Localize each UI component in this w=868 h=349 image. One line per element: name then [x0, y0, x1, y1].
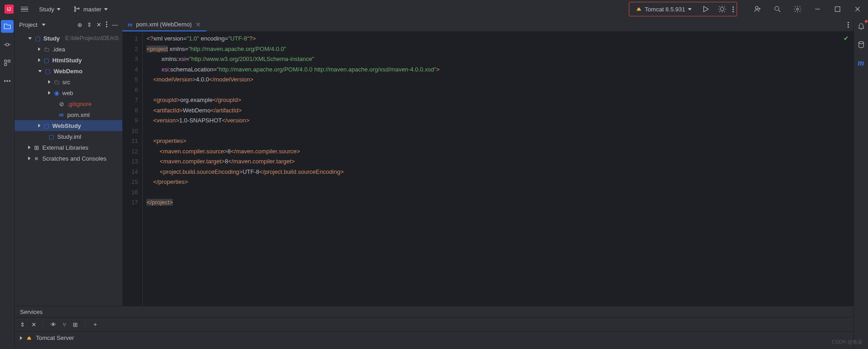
- chevron-right-icon: [20, 336, 22, 340]
- run-more-button[interactable]: [733, 6, 734, 12]
- run-button[interactable]: [700, 3, 712, 15]
- library-icon: ⊞: [33, 144, 40, 151]
- hide-panel-button[interactable]: —: [112, 21, 118, 28]
- notifications-button[interactable]: [855, 20, 868, 33]
- svg-rect-9: [5, 60, 7, 62]
- module-icon: ▢: [45, 68, 51, 74]
- run-config-selector[interactable]: Tomcat 8.5.931: [632, 4, 695, 15]
- node-label: Study.iml: [57, 133, 81, 140]
- editor-tab-bar: m pom.xml (WebDemo) ✕: [122, 18, 853, 32]
- tree-node-scratches[interactable]: ≡ Scratches and Consoles: [15, 153, 122, 164]
- project-tree[interactable]: ▢ Study E:\IdeProjects\IDEA\S 🗀 .idea ▢ …: [15, 31, 122, 346]
- node-label: .gitignore: [67, 101, 91, 107]
- debug-button[interactable]: [716, 3, 728, 15]
- view-icon[interactable]: 👁: [50, 321, 56, 328]
- analysis-ok-icon[interactable]: ✔: [843, 35, 849, 42]
- close-icon[interactable]: ✕: [31, 321, 36, 328]
- project-tool-button[interactable]: [1, 20, 14, 33]
- chevron-down-icon: [57, 8, 60, 10]
- node-label: WebDemo: [54, 68, 82, 75]
- left-tool-rail: [0, 18, 15, 349]
- module-icon: ▢: [35, 35, 41, 41]
- select-opened-file-icon[interactable]: ⊕: [77, 21, 82, 28]
- panel-options-button[interactable]: [106, 21, 107, 28]
- chevron-down-icon: [688, 8, 692, 10]
- tree-node-root[interactable]: ▢ Study E:\IdeProjects\IDEA\S: [15, 33, 122, 44]
- search-everywhere-button[interactable]: [772, 3, 783, 15]
- maven-icon: m: [128, 21, 132, 28]
- run-configuration-area: Tomcat 8.5.931: [629, 2, 737, 16]
- tree-node-gitignore[interactable]: ⊘ .gitignore: [15, 98, 122, 109]
- expand-all-icon[interactable]: ⇕: [87, 21, 92, 28]
- code-with-me-button[interactable]: [752, 3, 763, 15]
- minimize-button[interactable]: [812, 3, 823, 15]
- svg-point-14: [9, 81, 10, 81]
- project-panel-header: Project ⊕ ⇕ ✕ —: [15, 18, 122, 31]
- editor-area: m pom.xml (WebDemo) ✕ 123456789101112131…: [122, 18, 853, 349]
- services-tree[interactable]: Tomcat Server: [15, 332, 853, 344]
- collapse-all-icon[interactable]: ✕: [96, 21, 101, 28]
- svg-rect-7: [835, 7, 840, 12]
- web-folder-icon: ◉: [53, 90, 60, 96]
- add-service-button[interactable]: ＋: [92, 320, 98, 329]
- panel-title: Project: [19, 21, 37, 28]
- tree-node-webdemo[interactable]: ▢ WebDemo: [15, 66, 122, 76]
- group-icon[interactable]: ⊞: [73, 321, 78, 328]
- close-window-button[interactable]: [852, 3, 863, 15]
- svg-rect-10: [8, 60, 10, 62]
- tree-node-web[interactable]: ◉ web: [15, 87, 122, 98]
- tree-node-pom[interactable]: m pom.xml: [15, 109, 122, 120]
- tab-label: pom.xml (WebDemo): [136, 21, 192, 28]
- structure-tool-button[interactable]: [1, 56, 14, 69]
- iml-icon: ▢: [48, 133, 55, 140]
- code-content[interactable]: ✔ <?xml version="1.0" encoding="UTF-8"?>…: [143, 32, 853, 339]
- more-tools-button[interactable]: [1, 75, 14, 87]
- filter-icon[interactable]: ⑂: [63, 321, 66, 328]
- node-label: web: [62, 90, 73, 96]
- project-dropdown[interactable]: Study: [35, 4, 64, 15]
- commit-tool-button[interactable]: [1, 38, 14, 51]
- tab-options-button[interactable]: [848, 22, 849, 28]
- svg-point-1: [75, 10, 76, 12]
- svg-point-8: [6, 43, 9, 46]
- svg-point-13: [6, 81, 7, 81]
- node-path: E:\IdeProjects\IDEA\S: [65, 35, 119, 41]
- node-label: External Libraries: [42, 144, 88, 151]
- svg-point-15: [858, 41, 863, 44]
- node-label: src: [62, 79, 70, 86]
- line-gutter[interactable]: 1234567891011121314151617: [122, 32, 143, 339]
- svg-rect-11: [5, 64, 7, 66]
- tree-node-htmlstudy[interactable]: ▢ HtmlStudy: [15, 55, 122, 66]
- ignore-file-icon: ⊘: [58, 101, 65, 107]
- tree-node-external-libraries[interactable]: ⊞ External Libraries: [15, 142, 122, 153]
- node-label: WebStudy: [52, 122, 81, 129]
- svg-point-6: [797, 8, 799, 10]
- database-tool-button[interactable]: [855, 38, 868, 51]
- tree-node-studyiml[interactable]: ▢ Study.iml: [15, 131, 122, 142]
- node-label: .idea: [52, 46, 65, 53]
- main-menu-button[interactable]: [19, 5, 30, 14]
- node-label: HtmlStudy: [52, 57, 82, 64]
- svg-point-5: [775, 6, 779, 10]
- tree-node-src[interactable]: 🗀 src: [15, 76, 122, 87]
- chevron-down-icon[interactable]: [42, 24, 45, 26]
- vcs-branch-dropdown[interactable]: master: [70, 4, 111, 15]
- tree-node-webstudy[interactable]: ▢ WebStudy: [15, 120, 122, 131]
- title-bar: IJ Study master Tomcat 8.5.931: [0, 0, 868, 18]
- service-item-label: Tomcat Server: [36, 334, 74, 341]
- folder-icon: 🗀: [43, 46, 50, 52]
- app-logo-icon: IJ: [5, 5, 14, 14]
- tree-node-idea[interactable]: 🗀 .idea: [15, 44, 122, 55]
- project-name: Study: [39, 6, 54, 13]
- editor-tab[interactable]: m pom.xml (WebDemo) ✕: [122, 18, 206, 31]
- code-editor[interactable]: 1234567891011121314151617 ✔ <?xml versio…: [122, 32, 853, 339]
- maven-tool-button[interactable]: m: [855, 56, 868, 69]
- module-icon: ▢: [43, 57, 50, 63]
- tomcat-icon: [26, 335, 32, 341]
- settings-button[interactable]: [792, 3, 803, 15]
- tab-close-button[interactable]: ✕: [196, 21, 201, 28]
- maximize-button[interactable]: [832, 3, 843, 15]
- maven-icon: m: [58, 111, 65, 118]
- expand-icon[interactable]: ⇕: [20, 321, 25, 328]
- services-toolbar: ⇕ ✕ | 👁 ⑂ ⊞ | ＋: [15, 317, 853, 332]
